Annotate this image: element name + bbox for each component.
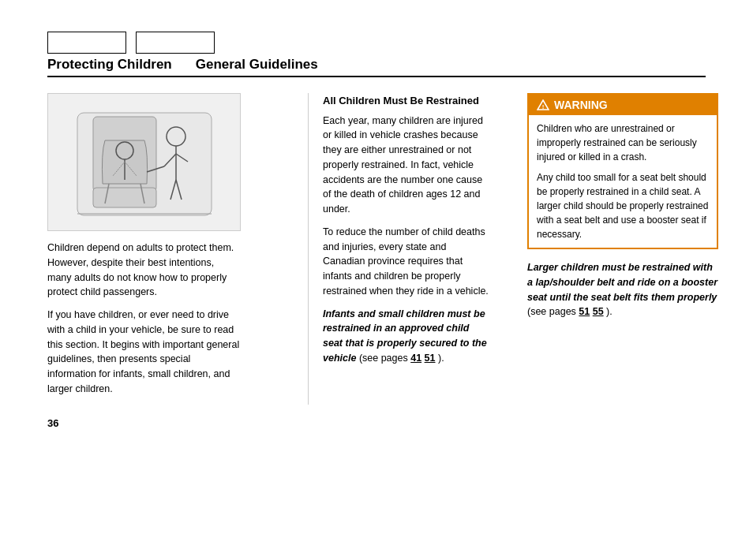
page-ref-prefix: (see pages xyxy=(359,353,410,364)
right-page-suffix: ). xyxy=(604,306,613,317)
page-ref-41[interactable]: 41 xyxy=(410,353,421,364)
left-para-1: Children depend on adults to protect the… xyxy=(47,241,241,300)
larger-children-bold: Larger children must be restrained with … xyxy=(527,262,717,303)
right-page-ref-51[interactable]: 51 xyxy=(579,306,590,317)
center-para-2: To reduce the number of child deaths and… xyxy=(323,225,489,299)
warning-box: ! WARNING Children who are unrestrained … xyxy=(527,93,718,249)
center-para-bold-italic: Infants and small children must be restr… xyxy=(323,307,489,366)
page-ref-51[interactable]: 51 xyxy=(425,353,436,364)
left-para-2: If you have children, or ever need to dr… xyxy=(47,308,241,397)
right-page-ref-prefix: (see pages xyxy=(527,306,579,317)
page-number: 36 xyxy=(47,417,58,429)
nav-title-general-guidelines: General Guidelines xyxy=(196,57,318,73)
right-bottom-text: Larger children must be restrained with … xyxy=(527,260,718,319)
nav-title-protecting-children: Protecting Children xyxy=(47,57,172,73)
tab-box-2[interactable] xyxy=(136,32,215,54)
car-seat-svg xyxy=(54,97,235,227)
main-content: Children depend on adults to protect the… xyxy=(47,93,706,405)
center-para-1: Each year, many children are injured or … xyxy=(323,114,489,217)
warning-para-1: Children who are unrestrained or imprope… xyxy=(537,121,709,164)
middle-spacer xyxy=(284,93,308,405)
larger-children-text: Larger children must be restrained with … xyxy=(527,260,718,319)
center-column: All Children Must Be Restrained Each yea… xyxy=(308,93,497,405)
header-nav: Protecting Children General Guidelines xyxy=(47,57,706,77)
warning-para-2: Any child too small for a seat belt shou… xyxy=(537,170,709,241)
warning-triangle-icon: ! xyxy=(537,99,549,111)
page-container: Protecting Children General Guidelines xyxy=(0,0,753,461)
child-seat-illustration xyxy=(47,93,241,231)
header-tabs xyxy=(47,32,706,54)
page-footer: 36 xyxy=(47,417,706,429)
right-spacer xyxy=(497,93,521,405)
left-text-block: Children depend on adults to protect the… xyxy=(47,241,241,397)
warning-label: WARNING xyxy=(554,99,608,111)
page-ref-suffix: ). xyxy=(436,353,444,364)
svg-text:!: ! xyxy=(542,103,545,110)
warning-body: Children who are unrestrained or imprope… xyxy=(529,115,717,248)
right-column: ! WARNING Children who are unrestrained … xyxy=(521,93,718,405)
section-title: All Children Must Be Restrained xyxy=(323,93,489,109)
left-column: Children depend on adults to protect the… xyxy=(47,93,284,405)
center-text-block: All Children Must Be Restrained Each yea… xyxy=(323,93,489,366)
right-page-ref-55[interactable]: 55 xyxy=(593,306,604,317)
svg-rect-2 xyxy=(93,188,156,207)
triangle-icon-svg: ! xyxy=(537,99,549,110)
warning-header: ! WARNING xyxy=(529,95,717,115)
tab-box-1[interactable] xyxy=(47,32,126,54)
